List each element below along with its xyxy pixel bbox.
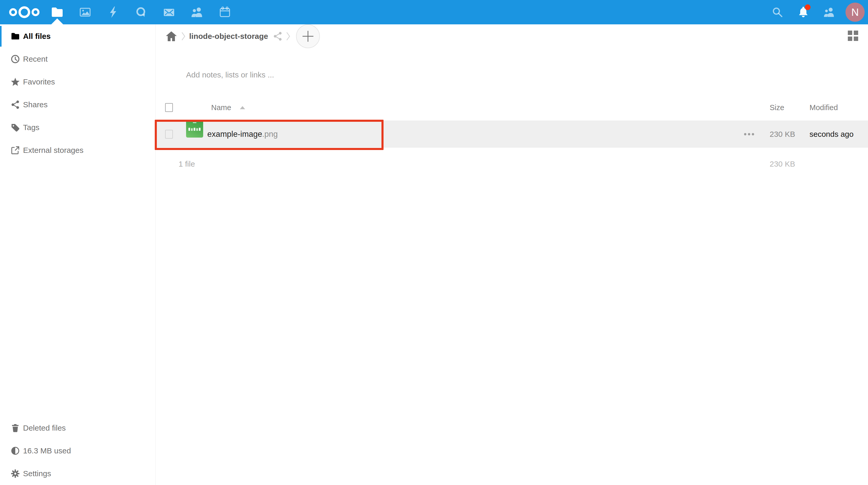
trash-icon <box>10 423 20 433</box>
new-file-button[interactable] <box>296 24 320 48</box>
sidebar-item-settings[interactable]: Settings <box>0 462 155 485</box>
table-row-example-image[interactable]: example-image.png 230 KB seconds ago <box>156 120 868 148</box>
user-avatar[interactable]: N <box>842 0 868 24</box>
sidebar-item-label: All files <box>23 32 51 41</box>
quota-icon <box>10 446 20 455</box>
sidebar-item-label: External storages <box>23 146 83 155</box>
sidebar-item-label: 16.3 MB used <box>23 447 71 455</box>
sidebar-item-tags[interactable]: Tags <box>0 116 155 139</box>
notifications-bell-icon[interactable] <box>790 0 816 24</box>
share-folder-icon[interactable] <box>273 32 282 41</box>
file-size: 230 KB <box>770 130 795 139</box>
sidebar: All files Recent Favorites <box>0 24 156 485</box>
sidebar-item-shares[interactable]: Shares <box>0 93 155 116</box>
avatar-letter: N <box>851 6 859 18</box>
sidebar-item-favorites[interactable]: Favorites <box>0 70 155 93</box>
chevron-right-icon <box>181 32 186 41</box>
nextcloud-files-app: N All files Recent <box>0 0 868 485</box>
gear-icon <box>10 469 20 478</box>
grid-view-toggle-icon[interactable] <box>848 31 859 42</box>
breadcrumb: linode-object-storage <box>156 24 868 48</box>
sidebar-item-label: Shares <box>23 100 48 109</box>
row-checkbox[interactable] <box>165 130 173 139</box>
sort-ascending-icon <box>240 106 245 109</box>
notes-input[interactable]: Add notes, lists or links ... <box>186 70 274 79</box>
sidebar-item-external-storages[interactable]: External storages <box>0 139 155 162</box>
sidebar-item-all-files[interactable]: All files <box>0 25 155 48</box>
column-header-modified[interactable]: Modified <box>809 103 838 112</box>
sidebar-item-label: Recent <box>23 55 48 63</box>
sidebar-bottom-nav: Deleted files 16.3 MB used <box>0 416 155 485</box>
clock-icon <box>10 54 20 64</box>
summary-total-size: 230 KB <box>770 160 795 168</box>
tag-icon <box>10 123 20 132</box>
app-activity-icon[interactable] <box>99 0 127 24</box>
sidebar-item-label: Tags <box>23 123 39 132</box>
search-icon[interactable] <box>765 0 790 24</box>
app-launcher <box>43 0 239 24</box>
external-storage-icon <box>10 146 20 155</box>
sidebar-nav: All files Recent Favorites <box>0 24 155 162</box>
sidebar-item-label: Settings <box>23 469 51 478</box>
folder-icon <box>10 32 20 41</box>
chevron-right-icon <box>286 32 290 41</box>
topbar: N <box>0 0 868 24</box>
sidebar-item-label: Deleted files <box>23 424 66 432</box>
nextcloud-logo-icon[interactable] <box>8 0 41 24</box>
notification-badge <box>805 4 810 10</box>
app-contacts-icon[interactable] <box>183 0 211 24</box>
active-app-notch <box>51 19 63 24</box>
file-list-content: linode-object-storage Add notes, lists o… <box>156 24 868 485</box>
sidebar-item-deleted-files[interactable]: Deleted files <box>0 417 155 439</box>
contacts-menu-icon[interactable] <box>816 0 842 24</box>
file-list-summary: 1 file 230 KB <box>156 155 868 173</box>
file-extension: .png <box>262 130 278 139</box>
file-modified: seconds ago <box>809 130 854 139</box>
app-mail-icon[interactable] <box>155 0 183 24</box>
app-calendar-icon[interactable] <box>211 0 239 24</box>
select-all-checkbox[interactable] <box>165 103 173 112</box>
file-name[interactable]: example-image.png <box>207 130 278 139</box>
app-photos-icon[interactable] <box>71 0 99 24</box>
app-talk-icon[interactable] <box>127 0 155 24</box>
home-icon[interactable] <box>165 31 177 42</box>
file-list-header: Name Size Modified <box>156 99 868 116</box>
file-thumbnail-green-image[interactable] <box>186 120 203 138</box>
column-header-size[interactable]: Size <box>770 103 784 112</box>
share-icon <box>10 100 20 109</box>
breadcrumb-current-folder[interactable]: linode-object-storage <box>189 32 268 41</box>
summary-file-count: 1 file <box>179 160 195 168</box>
app-files-icon[interactable] <box>43 0 71 24</box>
sidebar-item-quota[interactable]: 16.3 MB used <box>0 439 155 462</box>
sidebar-item-recent[interactable]: Recent <box>0 48 155 70</box>
column-header-name[interactable]: Name <box>211 103 245 112</box>
topbar-right: N <box>765 0 868 24</box>
row-actions-menu-icon[interactable] <box>744 133 754 135</box>
star-icon <box>10 77 20 87</box>
sidebar-item-label: Favorites <box>23 78 55 86</box>
